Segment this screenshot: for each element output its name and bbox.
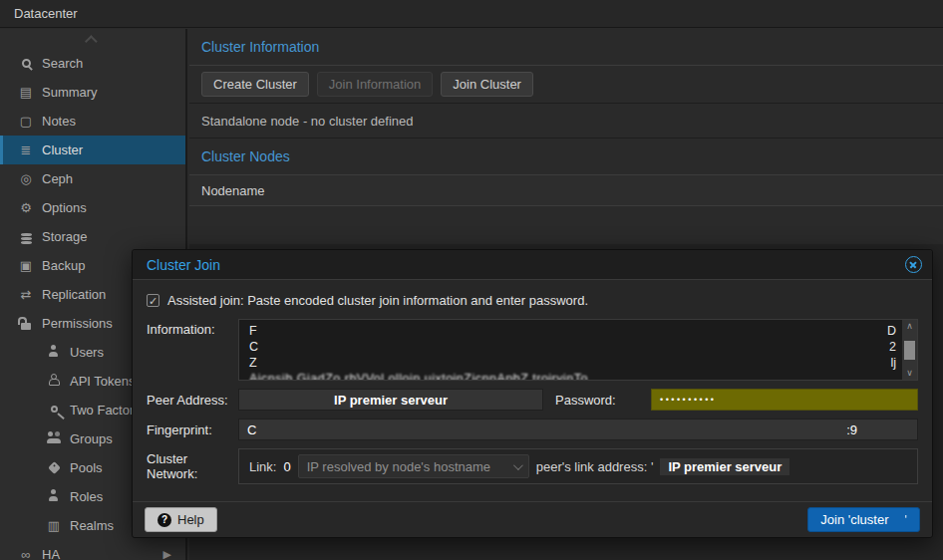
sidebar-item-ceph[interactable]: ◎ Ceph	[0, 164, 185, 193]
peer-address-label: Peer Address:	[147, 393, 238, 408]
peer-address-input[interactable]: IP premier serveur	[238, 389, 543, 411]
ceph-icon: ◎	[16, 171, 36, 186]
sidebar-collapse-control[interactable]	[0, 29, 185, 49]
dialog-footer: ? Help Join 'cluster '	[133, 501, 932, 537]
scroll-up-icon[interactable]: ∧	[906, 321, 913, 332]
chevron-right-icon: ▶	[163, 548, 171, 560]
join-cluster-submit-button[interactable]: Join 'cluster '	[807, 507, 920, 532]
create-cluster-button[interactable]: Create Cluster	[201, 72, 309, 97]
chevron-up-icon	[85, 35, 98, 48]
gear-icon: ⚙	[16, 200, 36, 215]
ha-icon: ∞	[16, 547, 36, 560]
id-card-icon: ▥	[44, 518, 64, 533]
password-input[interactable]: ••••••••••	[651, 389, 918, 411]
assisted-join-checkbox[interactable]	[147, 294, 159, 307]
note-icon: ▢	[16, 114, 36, 129]
dialog-titlebar[interactable]: Cluster Join	[133, 250, 932, 280]
top-header-bar: Datacenter	[0, 0, 943, 28]
dialog-title: Cluster Join	[147, 257, 220, 273]
fingerprint-label: Fingerprint:	[147, 422, 238, 437]
password-label: Password:	[555, 393, 651, 408]
book-icon: ▤	[16, 85, 36, 100]
cluster-information-heading: Cluster Information	[189, 29, 943, 66]
cluster-status-text: Standalone node - no cluster defined	[189, 104, 943, 139]
assisted-join-label: Assisted join: Paste encoded cluster joi…	[167, 293, 588, 308]
information-label: Information:	[147, 319, 238, 337]
scrollbar-thumb[interactable]	[904, 341, 915, 360]
question-mark-icon: ?	[157, 513, 171, 527]
replication-icon: ⇄	[16, 287, 36, 302]
tag-icon	[44, 460, 64, 475]
person-icon	[44, 489, 64, 504]
join-cluster-button[interactable]: Join Cluster	[441, 72, 533, 97]
unlock-icon	[16, 316, 36, 331]
datacenter-title: Datacenter	[14, 6, 78, 21]
info-line-2: C 2	[249, 339, 896, 355]
fingerprint-input[interactable]: C :9	[238, 419, 918, 440]
textarea-scrollbar[interactable]: ∧ ∨	[902, 320, 917, 380]
chevron-down-icon	[513, 460, 523, 470]
backup-icon: ▣	[16, 258, 36, 273]
assisted-join-row: Assisted join: Paste encoded cluster joi…	[147, 293, 918, 308]
sidebar-item-storage[interactable]: Storage	[0, 222, 185, 251]
info-line-1: F D	[249, 323, 896, 339]
info-line-4-clipped: Ajcnsib GiadZo rbVVol olloip uixtoinZicn…	[249, 371, 896, 380]
information-textarea[interactable]: F D C 2 Z lj Ajcnsib GiadZo rbVVol olloi…	[238, 319, 918, 381]
link-address-select: IP resolved by node's hostname	[298, 454, 529, 478]
link-label: Link:	[249, 459, 276, 474]
sidebar-item-summary[interactable]: ▤ Summary	[0, 78, 185, 107]
help-button[interactable]: ? Help	[145, 507, 217, 532]
peer-link-address-label: peer's link address: '	[536, 459, 654, 474]
sidebar-item-ha[interactable]: ∞ HA ▶	[0, 540, 185, 560]
people-icon	[44, 431, 64, 446]
user-icon	[44, 345, 64, 360]
close-icon[interactable]	[905, 256, 922, 273]
search-icon	[16, 56, 36, 71]
link-number: 0	[283, 459, 290, 474]
peer-link-address-redaction-value: IP premier serveur	[660, 458, 789, 475]
user-outline-icon	[44, 374, 64, 389]
info-line-3: Z lj	[249, 355, 896, 371]
sidebar-item-options[interactable]: ⚙ Options	[0, 193, 185, 222]
cluster-network-box: Link: 0 IP resolved by node's hostname p…	[238, 448, 918, 484]
key-icon	[44, 403, 64, 418]
scroll-down-icon[interactable]: ∨	[906, 368, 913, 379]
cluster-join-dialog: Cluster Join Assisted join: Paste encode…	[132, 249, 933, 538]
peer-address-redaction-value: IP premier serveur	[334, 393, 448, 408]
sidebar-item-cluster[interactable]: ≣ Cluster	[0, 136, 185, 164]
sidebar-item-notes[interactable]: ▢ Notes	[0, 107, 185, 136]
cluster-network-label: Cluster Network:	[147, 451, 238, 481]
cluster-nodes-heading: Cluster Nodes	[189, 139, 943, 175]
cluster-icon: ≣	[16, 142, 36, 157]
join-information-button: Join Information	[317, 72, 434, 97]
cluster-toolbar: Create Cluster Join Information Join Clu…	[189, 66, 943, 104]
nodename-column-header[interactable]: Nodename	[189, 175, 943, 206]
sidebar-item-search[interactable]: Search	[0, 49, 185, 78]
storage-icon	[16, 229, 36, 244]
